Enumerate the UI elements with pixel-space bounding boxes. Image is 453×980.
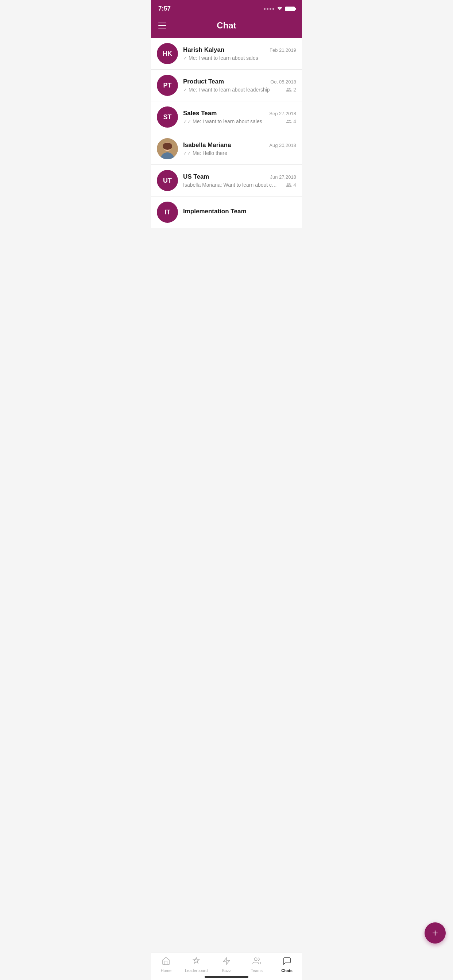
chat-preview-pt: ✓ Me: I want to learn about leadership xyxy=(183,87,283,92)
chat-content-hk: Harish Kalyan Feb 21,2019 ✓ Me: I want t… xyxy=(183,46,296,61)
chat-date-hk: Feb 21,2019 xyxy=(270,48,296,53)
avatar-hk: HK xyxy=(157,43,178,64)
status-time: 7:57 xyxy=(158,5,171,13)
chat-meta-ut: 4 xyxy=(286,182,296,188)
hamburger-menu-button[interactable] xyxy=(158,22,166,29)
avatar-st: ST xyxy=(157,107,178,127)
chat-preview-im: ✓✓ Me: Hello there xyxy=(183,150,296,156)
chat-date-im: Aug 20,2018 xyxy=(269,143,296,148)
chat-content-pt: Product Team Oct 05,2018 ✓ Me: I want to… xyxy=(183,78,296,93)
chat-content-im: Isabella Mariana Aug 20,2018 ✓✓ Me: Hell… xyxy=(183,142,296,156)
check-icon-pt: ✓ xyxy=(183,87,187,92)
group-icon-ut xyxy=(286,182,292,188)
status-icons xyxy=(264,6,295,12)
chat-date-ut: Jun 27,2018 xyxy=(270,174,296,180)
chat-item-hk[interactable]: HK Harish Kalyan Feb 21,2019 ✓ Me: I wan… xyxy=(151,38,302,70)
chat-name-pt: Product Team xyxy=(183,78,224,85)
chat-item-ut[interactable]: UT US Team Jun 27,2018 Isabella Mariana:… xyxy=(151,165,302,197)
chat-preview-st: ✓✓ Me: I want to learn about sales xyxy=(183,118,283,124)
chat-content-ut: US Team Jun 27,2018 Isabella Mariana: Wa… xyxy=(183,173,296,188)
chat-meta-st: 4 xyxy=(286,118,296,125)
member-count-st: 4 xyxy=(293,118,296,124)
check-icon-st: ✓✓ xyxy=(183,119,191,124)
group-icon-pt xyxy=(286,87,292,93)
wifi-icon xyxy=(276,6,283,12)
chat-item-pt[interactable]: PT Product Team Oct 05,2018 ✓ Me: I want… xyxy=(151,70,302,101)
chat-name-im: Isabella Mariana xyxy=(183,142,231,149)
page-title: Chat xyxy=(217,21,236,30)
avatar-it: IT xyxy=(157,202,178,223)
avatar-im xyxy=(157,138,178,159)
chat-name-hk: Harish Kalyan xyxy=(183,46,224,54)
check-icon-hk: ✓ xyxy=(183,56,187,61)
chat-list: HK Harish Kalyan Feb 21,2019 ✓ Me: I wan… xyxy=(151,38,302,228)
member-count-ut: 4 xyxy=(293,182,296,188)
chat-name-it: Implementation Team xyxy=(183,208,247,215)
chat-item-im[interactable]: Isabella Mariana Aug 20,2018 ✓✓ Me: Hell… xyxy=(151,133,302,165)
member-count-pt: 2 xyxy=(293,87,296,92)
chat-preview-hk: ✓ Me: I want to learn about sales xyxy=(183,55,296,61)
chat-content-st: Sales Team Sep 27,2018 ✓✓ Me: I want to … xyxy=(183,110,296,125)
avatar-pt: PT xyxy=(157,75,178,96)
chat-content-it: Implementation Team xyxy=(183,208,296,216)
svg-point-3 xyxy=(163,143,172,150)
chat-preview-ut: Isabella Mariana: Want to learn about co… xyxy=(183,182,278,188)
chat-item-it[interactable]: IT Implementation Team xyxy=(151,197,302,228)
chat-name-st: Sales Team xyxy=(183,110,217,117)
header: Chat xyxy=(151,16,302,38)
chat-date-st: Sep 27,2018 xyxy=(269,111,296,116)
chat-date-pt: Oct 05,2018 xyxy=(270,79,296,84)
battery-icon xyxy=(285,6,295,11)
status-bar: 7:57 xyxy=(151,0,302,16)
chat-item-st[interactable]: ST Sales Team Sep 27,2018 ✓✓ Me: I want … xyxy=(151,101,302,133)
check-icon-im: ✓✓ xyxy=(183,151,191,156)
chat-meta-pt: 2 xyxy=(286,87,296,93)
chat-name-ut: US Team xyxy=(183,173,209,180)
group-icon-st xyxy=(286,118,292,125)
avatar-ut: UT xyxy=(157,170,178,191)
signal-dots-icon xyxy=(264,8,274,10)
